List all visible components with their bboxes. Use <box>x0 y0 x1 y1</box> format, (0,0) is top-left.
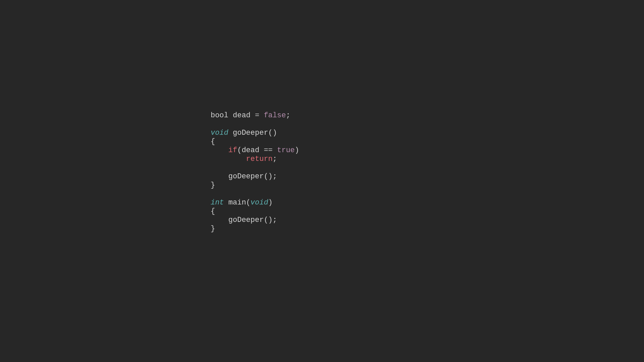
function-name: goDeeper <box>233 129 268 137</box>
type-keyword: void <box>251 198 268 207</box>
operator: = <box>255 111 259 120</box>
type-keyword: bool <box>211 111 228 120</box>
identifier: dead <box>233 111 251 120</box>
punctuation: ; <box>273 155 277 163</box>
code-line: void goDeeper() <box>211 127 299 136</box>
function-name: main <box>228 198 246 207</box>
code-line: { <box>211 206 299 215</box>
boolean-literal: true <box>277 146 295 155</box>
punctuation: ; <box>286 111 290 120</box>
close-brace: } <box>211 225 215 233</box>
function-call: goDeeper(); <box>228 172 277 181</box>
code-line <box>211 119 299 127</box>
close-brace: } <box>211 181 215 189</box>
open-paren: ( <box>246 198 251 207</box>
code-line: } <box>211 223 299 232</box>
return-keyword: return <box>246 155 273 163</box>
boolean-literal: false <box>264 111 286 120</box>
code-line: } <box>211 180 299 188</box>
close-paren: ) <box>295 146 299 155</box>
code-line: if(dead == true) <box>211 145 299 154</box>
code-line: return; <box>211 154 299 162</box>
code-line <box>211 162 299 171</box>
close-paren: ) <box>268 198 273 207</box>
function-call: goDeeper(); <box>228 216 277 224</box>
code-line: bool dead = false; <box>211 110 299 119</box>
code-snippet: bool dead = false;void goDeeper(){ if(de… <box>211 110 299 232</box>
code-line: int main(void) <box>211 197 299 206</box>
code-line: goDeeper(); <box>211 171 299 180</box>
code-line <box>211 188 299 197</box>
code-line: goDeeper(); <box>211 215 299 223</box>
code-line: { <box>211 136 299 145</box>
parentheses: () <box>268 129 277 137</box>
